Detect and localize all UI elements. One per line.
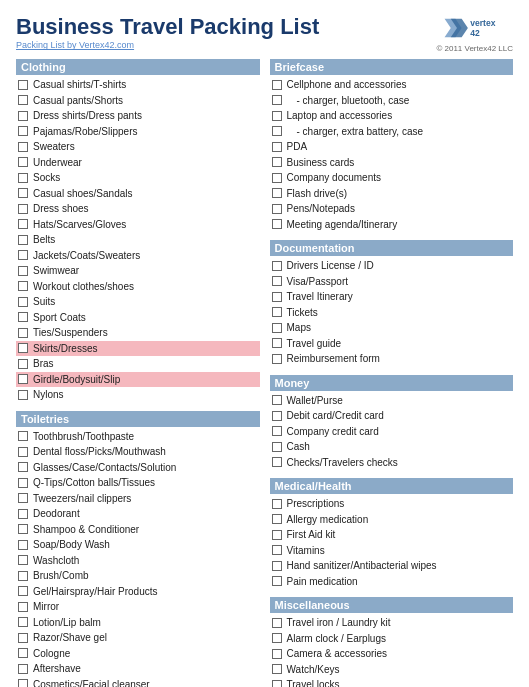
checkbox[interactable] <box>272 680 282 687</box>
checkbox[interactable] <box>18 524 28 534</box>
list-item: Reimbursement form <box>270 351 514 367</box>
list-item: Bras <box>16 356 260 372</box>
checkbox[interactable] <box>272 80 282 90</box>
checkbox[interactable] <box>18 111 28 121</box>
checkbox[interactable] <box>272 338 282 348</box>
checkbox[interactable] <box>18 219 28 229</box>
checkbox[interactable] <box>18 126 28 136</box>
checkbox[interactable] <box>18 95 28 105</box>
checkbox[interactable] <box>272 307 282 317</box>
checkbox[interactable] <box>18 586 28 596</box>
checkbox[interactable] <box>18 235 28 245</box>
checkbox[interactable] <box>18 204 28 214</box>
checkbox[interactable] <box>18 157 28 167</box>
checkbox[interactable] <box>18 297 28 307</box>
list-item: PDA <box>270 139 514 155</box>
item-label: Visa/Passport <box>287 275 349 289</box>
checkbox[interactable] <box>272 188 282 198</box>
documentation-list: Drivers License / IDVisa/PassportTravel … <box>270 258 514 367</box>
item-label: Watch/Keys <box>287 663 340 677</box>
list-item: Mirror <box>16 599 260 615</box>
checkbox[interactable] <box>272 173 282 183</box>
checkbox[interactable] <box>18 571 28 581</box>
checkbox[interactable] <box>18 478 28 488</box>
list-item: Cologne <box>16 646 260 662</box>
checkbox[interactable] <box>272 219 282 229</box>
clothing-section: Clothing Casual shirts/T-shirtsCasual pa… <box>16 59 260 403</box>
checkbox[interactable] <box>18 679 28 687</box>
checkbox[interactable] <box>272 95 282 105</box>
checkbox[interactable] <box>272 514 282 524</box>
list-item: Maps <box>270 320 514 336</box>
item-label: Travel locks <box>287 678 340 687</box>
checkbox[interactable] <box>18 188 28 198</box>
item-label: Travel iron / Laundry kit <box>287 616 391 630</box>
item-label: Checks/Travelers checks <box>287 456 398 470</box>
checkbox[interactable] <box>18 602 28 612</box>
medical-section: Medical/Health PrescriptionsAllergy medi… <box>270 478 514 589</box>
item-label: Camera & accessories <box>287 647 388 661</box>
list-item: Casual shirts/T-shirts <box>16 77 260 93</box>
checkbox[interactable] <box>18 142 28 152</box>
checkbox[interactable] <box>18 431 28 441</box>
checkbox[interactable] <box>272 292 282 302</box>
checkbox[interactable] <box>272 276 282 286</box>
list-item: Laptop and accessories <box>270 108 514 124</box>
item-label: Laptop and accessories <box>287 109 393 123</box>
checkbox[interactable] <box>272 411 282 421</box>
header-link[interactable]: Packing List by Vertex42.com <box>16 40 319 50</box>
checkbox[interactable] <box>18 633 28 643</box>
checkbox[interactable] <box>272 633 282 643</box>
list-item: Pens/Notepads <box>270 201 514 217</box>
checkbox[interactable] <box>272 649 282 659</box>
checkbox[interactable] <box>18 617 28 627</box>
list-item: Gel/Hairspray/Hair Products <box>16 584 260 600</box>
checkbox[interactable] <box>272 395 282 405</box>
checkbox[interactable] <box>272 142 282 152</box>
checkbox[interactable] <box>18 555 28 565</box>
checkbox[interactable] <box>18 374 28 384</box>
list-item: - charger, bluetooth, case <box>270 93 514 109</box>
checkbox[interactable] <box>18 447 28 457</box>
checkbox[interactable] <box>18 173 28 183</box>
checkbox[interactable] <box>18 390 28 400</box>
checkbox[interactable] <box>272 111 282 121</box>
checkbox[interactable] <box>272 323 282 333</box>
checkbox[interactable] <box>18 540 28 550</box>
checkbox[interactable] <box>18 328 28 338</box>
checkbox[interactable] <box>272 561 282 571</box>
checkbox[interactable] <box>272 442 282 452</box>
checkbox[interactable] <box>272 576 282 586</box>
checkbox[interactable] <box>18 80 28 90</box>
checkbox[interactable] <box>272 157 282 167</box>
list-item: Sport Coats <box>16 310 260 326</box>
checkbox[interactable] <box>272 618 282 628</box>
checkbox[interactable] <box>18 250 28 260</box>
checkbox[interactable] <box>18 648 28 658</box>
list-item: Watch/Keys <box>270 662 514 678</box>
checkbox[interactable] <box>272 457 282 467</box>
checkbox[interactable] <box>18 343 28 353</box>
item-label: Casual pants/Shorts <box>33 94 123 108</box>
left-column: Clothing Casual shirts/T-shirtsCasual pa… <box>16 59 260 687</box>
checkbox[interactable] <box>272 261 282 271</box>
checkbox[interactable] <box>18 359 28 369</box>
checkbox[interactable] <box>18 462 28 472</box>
item-label: Debit card/Credit card <box>287 409 384 423</box>
checkbox[interactable] <box>272 126 282 136</box>
checkbox[interactable] <box>272 545 282 555</box>
checkbox[interactable] <box>18 312 28 322</box>
item-label: Alarm clock / Earplugs <box>287 632 386 646</box>
checkbox[interactable] <box>272 426 282 436</box>
checkbox[interactable] <box>18 266 28 276</box>
checkbox[interactable] <box>18 493 28 503</box>
checkbox[interactable] <box>272 530 282 540</box>
checkbox[interactable] <box>18 664 28 674</box>
checkbox[interactable] <box>272 664 282 674</box>
checkbox[interactable] <box>272 204 282 214</box>
checkbox[interactable] <box>18 509 28 519</box>
checkbox[interactable] <box>272 354 282 364</box>
item-label: Toothbrush/Toothpaste <box>33 430 134 444</box>
checkbox[interactable] <box>272 499 282 509</box>
checkbox[interactable] <box>18 281 28 291</box>
